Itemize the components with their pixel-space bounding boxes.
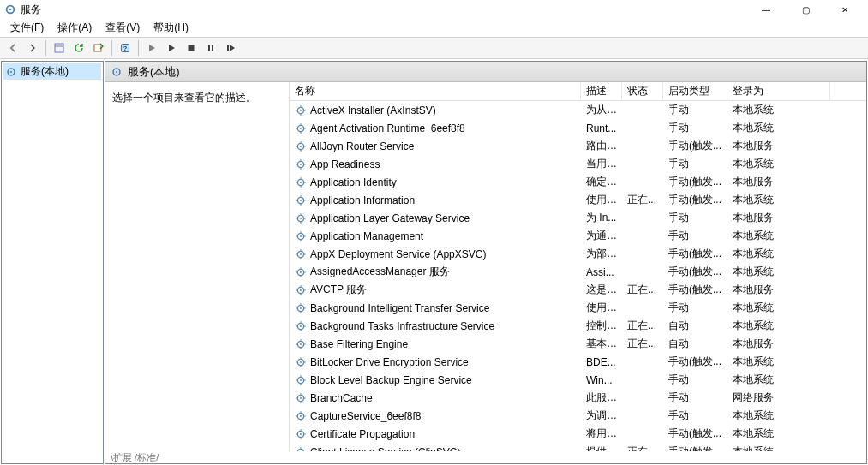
cell-description: 使用 ... — [581, 191, 622, 209]
table-row[interactable]: BitLocker Drive Encryption ServiceBDE...… — [290, 353, 866, 371]
table-row[interactable]: Application Information使用 ...正在...手动(触发.… — [290, 191, 866, 209]
cell-description: 基本 ... — [581, 335, 622, 353]
cell-name: Application Layer Gateway Service — [290, 211, 581, 226]
svg-rect-8 — [208, 45, 210, 51]
svg-point-1 — [9, 9, 12, 11]
table-row[interactable]: BranchCache此服 ...手动网络服务 — [290, 389, 866, 407]
start-button-2[interactable] — [162, 39, 181, 57]
details-header: 服务(本地) — [105, 62, 866, 82]
cell-logon: 本地服务 — [727, 335, 830, 353]
table-row[interactable]: AVCTP 服务这是 ...正在...手动(触发...本地服务 — [290, 281, 866, 299]
tree-pane: 服务(本地) — [1, 61, 104, 464]
column-description[interactable]: 描述 — [581, 82, 622, 101]
column-name[interactable]: 名称 ˄ — [290, 82, 581, 101]
service-gear-icon — [295, 104, 307, 116]
stop-button[interactable] — [182, 39, 201, 57]
menu-view[interactable]: 查看(V) — [99, 19, 147, 37]
restart-button[interactable] — [221, 39, 240, 57]
titlebar: 服务 — ▢ ✕ — [0, 0, 868, 19]
cell-startup: 手动 — [663, 299, 727, 317]
table-row[interactable]: Block Level Backup Engine ServiceWin...手… — [290, 371, 866, 389]
app-icon — [3, 3, 17, 16]
cell-name: Agent Activation Runtime_6eef8f8 — [290, 121, 581, 136]
cell-name: Background Intelligent Transfer Service — [290, 301, 581, 316]
svg-point-129 — [297, 449, 303, 451]
table-row[interactable]: AllJoyn Router Service路由 ...手动(触发...本地服务 — [290, 137, 866, 155]
cell-logon: 本地系统 — [727, 371, 830, 389]
table-row[interactable]: AssignedAccessManager 服务Assi...手动(触发...本… — [290, 263, 866, 281]
cell-description: 当用 ... — [581, 155, 622, 173]
service-gear-icon — [295, 446, 307, 452]
table-row[interactable]: Client License Service (ClipSVC)提供 ...正在… — [290, 443, 866, 451]
maximize-button[interactable]: ▢ — [786, 0, 825, 19]
menu-file[interactable]: 文件(F) — [3, 19, 51, 37]
column-logon[interactable]: 登录为 — [727, 82, 830, 101]
table-row[interactable]: Base Filtering Engine基本 ...正在...自动本地服务 — [290, 335, 866, 353]
table-row[interactable]: Application Identity确定 ...手动(触发...本地服务 — [290, 173, 866, 191]
table-row[interactable]: AppX Deployment Service (AppXSVC)为部 ...手… — [290, 245, 866, 263]
pause-button[interactable] — [201, 39, 220, 57]
svg-rect-10 — [227, 45, 229, 51]
cell-logon: 本地系统 — [727, 317, 830, 335]
svg-point-94 — [300, 343, 302, 345]
forward-button[interactable] — [23, 39, 42, 57]
svg-rect-4 — [94, 45, 101, 51]
minimize-button[interactable]: — — [746, 0, 786, 19]
table-row[interactable]: Background Tasks Infrastructure Service控… — [290, 317, 866, 335]
properties-button[interactable] — [50, 39, 69, 57]
service-gear-icon — [295, 266, 307, 278]
menu-action[interactable]: 操作(A) — [51, 19, 99, 37]
service-gear-icon — [295, 284, 307, 296]
cell-status: 正在... — [622, 443, 663, 451]
cell-status — [622, 253, 663, 256]
table-row[interactable]: ActiveX Installer (AxInstSV)为从 ...手动本地系统 — [290, 101, 866, 119]
service-gear-icon — [295, 338, 307, 350]
cell-status — [622, 217, 663, 220]
table-row[interactable]: Agent Activation Runtime_6eef8f8Runt...手… — [290, 119, 866, 137]
cell-startup: 手动 — [663, 407, 727, 425]
table-row[interactable]: App Readiness当用 ...手动本地系统 — [290, 155, 866, 173]
cell-status — [622, 235, 663, 238]
cell-name: Base Filtering Engine — [290, 337, 581, 352]
table-row[interactable]: Application Management为通 ...手动本地系统 — [290, 227, 866, 245]
cell-description: 为通 ... — [581, 227, 622, 245]
column-status[interactable]: 状态 — [622, 82, 663, 101]
cell-startup: 自动 — [663, 335, 727, 353]
svg-point-64 — [300, 253, 302, 255]
cell-name: AllJoyn Router Service — [290, 139, 581, 154]
close-button[interactable]: ✕ — [825, 0, 865, 19]
service-list[interactable]: 名称 ˄ 描述 状态 启动类型 登录为 ActiveX Installer (A… — [290, 82, 866, 451]
table-row[interactable]: Certificate Propagation将用 ...手动(触发...本地系… — [290, 425, 866, 443]
export-button[interactable] — [89, 39, 108, 57]
cell-startup: 手动 — [663, 101, 727, 119]
svg-point-34 — [300, 164, 302, 165]
cell-description: 为从 ... — [581, 101, 622, 119]
service-gear-icon — [295, 320, 307, 332]
cell-startup: 手动 — [663, 155, 727, 173]
back-button[interactable] — [3, 39, 22, 57]
tree-root-item[interactable]: 服务(本地) — [3, 63, 101, 80]
cell-name: Background Tasks Infrastructure Service — [290, 319, 581, 334]
menu-help[interactable]: 帮助(H) — [147, 19, 195, 37]
details-pane: 服务(本地) 选择一个项目来查看它的描述。 名称 ˄ 描述 状态 启动类型 登录… — [105, 61, 867, 464]
svg-point-118 — [300, 415, 302, 417]
svg-point-52 — [300, 218, 302, 219]
cell-status — [622, 127, 663, 130]
column-startup[interactable]: 启动类型 — [663, 82, 727, 101]
cell-description: 使用 ... — [581, 299, 622, 317]
cell-startup: 手动(触发... — [663, 281, 727, 299]
svg-point-58 — [300, 235, 302, 237]
table-row[interactable]: Application Layer Gateway Service为 In...… — [290, 209, 866, 227]
svg-point-70 — [300, 271, 302, 273]
table-row[interactable]: Background Intelligent Transfer Service使… — [290, 299, 866, 317]
bottom-tabs[interactable]: \扩展 /标准/ — [111, 451, 866, 463]
refresh-button[interactable] — [69, 39, 88, 57]
service-gear-icon — [295, 158, 307, 170]
table-row[interactable]: CaptureService_6eef8f8为调 ...手动本地系统 — [290, 407, 866, 425]
svg-text:?: ? — [123, 45, 128, 52]
service-gear-icon — [295, 248, 307, 260]
start-button[interactable] — [142, 39, 161, 57]
help-button[interactable]: ? — [116, 39, 135, 57]
cell-startup: 手动(触发... — [663, 425, 727, 443]
cell-logon: 本地服务 — [727, 137, 830, 155]
